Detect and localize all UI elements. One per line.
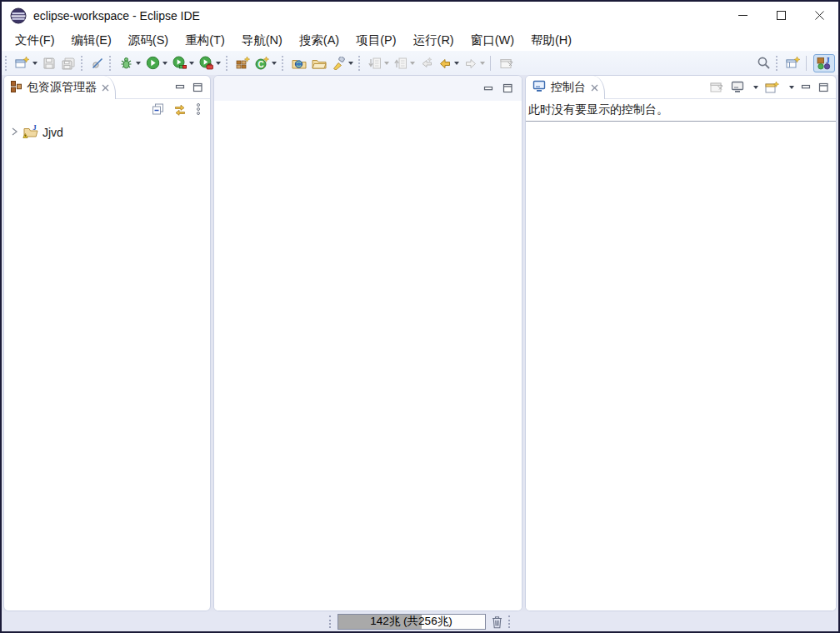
toolbar-drag-handle[interactable] — [5, 56, 8, 71]
back-button[interactable] — [437, 55, 461, 72]
eclipse-window: eclipse-workspace - Eclipse IDE 文件(F) 编辑… — [0, 0, 840, 633]
menu-item-window[interactable]: 窗口(W) — [462, 30, 522, 51]
previous-annotation-button[interactable] — [392, 55, 417, 72]
new-java-project-button[interactable] — [234, 54, 252, 72]
next-annotation-dropdown-icon[interactable] — [384, 62, 389, 65]
display-selected-console-icon[interactable] — [731, 81, 744, 93]
open-task-button[interactable] — [310, 55, 328, 72]
tab-console[interactable]: 控制台 — [526, 76, 605, 99]
editor-area-panel — [213, 75, 522, 611]
quick-search-button[interactable] — [755, 54, 772, 72]
status-drag-handle[interactable] — [508, 616, 512, 628]
search-torch-button[interactable] — [330, 55, 355, 72]
last-edit-location-button[interactable] — [418, 55, 435, 72]
pin-editor-button[interactable] — [498, 55, 516, 72]
package-explorer-header: 包资源管理器 — [4, 76, 210, 99]
package-explorer-icon — [11, 81, 22, 95]
toolbar-separator — [109, 56, 112, 71]
coverage-button[interactable] — [171, 54, 196, 72]
collapse-all-icon[interactable] — [152, 103, 165, 116]
toolbar-separator — [226, 56, 229, 71]
tab-close-icon[interactable] — [102, 81, 109, 94]
search-dropdown-icon[interactable] — [348, 62, 353, 65]
tree-item-label: Jjvd — [42, 126, 63, 139]
minimize-view-icon[interactable] — [483, 84, 494, 93]
package-explorer-panel: 包资源管理器 — [3, 75, 211, 611]
back-dropdown-icon[interactable] — [454, 62, 459, 65]
menu-item-edit[interactable]: 编辑(E) — [63, 30, 120, 51]
tab-label: 包资源管理器 — [27, 80, 97, 95]
toolbar-separator — [81, 56, 84, 71]
heap-status-gauge: 142兆 (共256兆) — [338, 614, 486, 630]
run-button[interactable] — [144, 54, 169, 72]
menu-item-navigate[interactable]: 导航(N) — [233, 30, 291, 51]
menu-item-refactor[interactable]: 重构(T) — [177, 30, 233, 51]
heap-status-label: 142兆 (共256兆) — [338, 615, 485, 629]
view-menu-icon[interactable] — [195, 102, 202, 116]
svg-text:J: J — [32, 124, 37, 132]
open-perspective-button[interactable] — [784, 54, 802, 72]
new-wizard-dropdown-icon[interactable] — [32, 62, 38, 65]
java-perspective-button[interactable]: J — [813, 54, 835, 72]
window-maximize-button[interactable] — [762, 2, 800, 29]
new-java-class-button[interactable]: C — [253, 54, 278, 72]
project-tree: J Jjvd — [4, 119, 210, 142]
menu-item-search[interactable]: 搜索(A) — [291, 30, 348, 51]
menu-item-project[interactable]: 项目(P) — [348, 30, 404, 51]
minimize-view-icon[interactable] — [175, 82, 186, 92]
tree-item-jjvd[interactable]: J Jjvd — [9, 122, 210, 142]
menu-item-file[interactable]: 文件(F) — [7, 30, 63, 51]
debug-dropdown-icon[interactable] — [136, 62, 141, 65]
run-dropdown-icon[interactable] — [162, 62, 168, 65]
tab-label: 控制台 — [551, 80, 586, 95]
new-wizard-button[interactable] — [13, 54, 39, 72]
editor-empty-area[interactable] — [214, 101, 522, 611]
forward-dropdown-icon[interactable] — [480, 62, 485, 65]
skip-all-breakpoints-button[interactable] — [89, 55, 106, 72]
menu-bar: 文件(F) 编辑(E) 源码(S) 重构(T) 导航(N) 搜索(A) 项目(P… — [2, 29, 838, 51]
status-bar: 142兆 (共256兆) — [2, 611, 838, 631]
save-all-button[interactable] — [59, 55, 78, 72]
open-console-icon[interactable] — [765, 81, 780, 94]
garbage-collect-button[interactable] — [491, 615, 503, 629]
window-minimize-button[interactable] — [723, 2, 762, 29]
pin-console-icon[interactable] — [710, 81, 724, 93]
eclipse-logo-icon — [10, 7, 27, 24]
toolbar-separator — [776, 56, 779, 71]
next-annotation-button[interactable] — [367, 55, 391, 72]
tab-close-icon[interactable] — [591, 81, 598, 94]
menu-item-run[interactable]: 运行(R) — [405, 30, 462, 51]
menu-item-help[interactable]: 帮助(H) — [522, 30, 580, 51]
coverage-dropdown-icon[interactable] — [189, 62, 194, 65]
console-header: 控制台 — [526, 76, 836, 99]
forward-button[interactable] — [462, 55, 487, 72]
link-with-editor-icon[interactable] — [173, 103, 187, 116]
chevron-right-icon[interactable] — [9, 126, 19, 139]
external-tools-button[interactable] — [198, 54, 222, 72]
window-close-button[interactable] — [800, 2, 838, 29]
maximize-view-icon[interactable] — [502, 83, 513, 93]
editor-area-header — [214, 76, 522, 101]
console-panel: 控制台 — [525, 75, 837, 611]
new-java-class-dropdown-icon[interactable] — [272, 62, 277, 65]
toolbar-separator — [806, 56, 809, 71]
previous-annotation-dropdown-icon[interactable] — [410, 62, 415, 65]
minimize-view-icon[interactable] — [801, 82, 812, 92]
console-empty-message: 此时没有要显示的控制台。 — [526, 99, 836, 122]
status-drag-handle[interactable] — [329, 616, 332, 628]
maximize-view-icon[interactable] — [192, 82, 203, 92]
menu-item-source[interactable]: 源码(S) — [120, 30, 177, 51]
display-console-dropdown-icon[interactable] — [753, 86, 758, 89]
java-project-icon: J — [22, 124, 39, 141]
open-console-dropdown-icon[interactable] — [789, 86, 794, 89]
debug-button[interactable] — [118, 54, 142, 72]
save-button[interactable] — [41, 55, 58, 72]
console-icon — [532, 80, 546, 95]
package-explorer-toolbar — [4, 99, 210, 119]
external-tools-dropdown-icon[interactable] — [216, 62, 221, 65]
workbench-area: 包资源管理器 — [2, 75, 838, 611]
tab-package-explorer[interactable]: 包资源管理器 — [4, 76, 116, 99]
main-toolbar: C — [2, 51, 838, 75]
maximize-view-icon[interactable] — [818, 82, 829, 92]
open-type-button[interactable] — [290, 55, 308, 72]
